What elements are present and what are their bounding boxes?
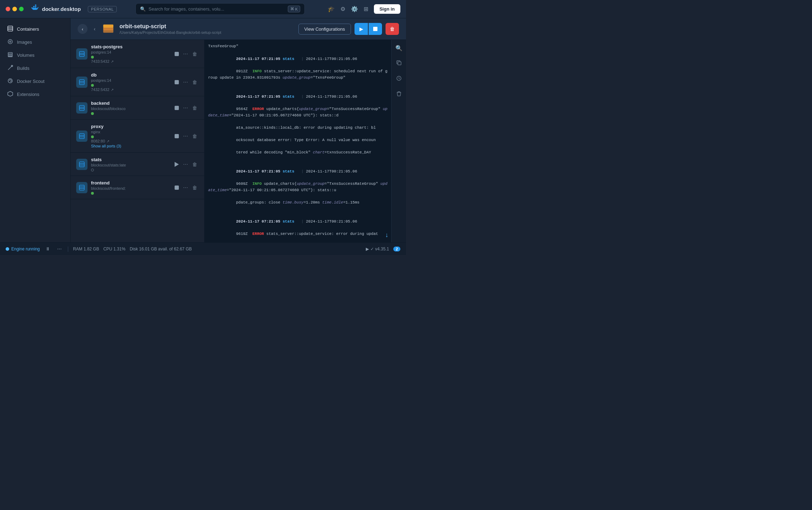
sidebar-item-extensions[interactable]: Extensions: [0, 88, 70, 101]
svg-rect-23: [79, 80, 84, 85]
container-icon: [76, 77, 87, 88]
svg-rect-5: [35, 5, 36, 6]
back-button[interactable]: ‹: [78, 24, 87, 34]
status-indicator: [91, 56, 94, 59]
docker-scout-icon: [7, 78, 13, 85]
container-delete-button[interactable]: 🗑: [191, 160, 199, 169]
container-more-button[interactable]: ⋯: [182, 132, 189, 140]
container-stop-button[interactable]: [173, 50, 180, 57]
container-icon: [76, 130, 87, 142]
container-more-button[interactable]: ⋯: [182, 183, 189, 192]
play-button[interactable]: ▶: [355, 23, 368, 35]
container-stop-button[interactable]: [173, 133, 180, 140]
container-actions: ⋯ 🗑: [173, 160, 199, 169]
container-delete-button[interactable]: 🗑: [191, 50, 199, 58]
sidebar-item-builds[interactable]: Builds: [0, 62, 70, 75]
view-configurations-button[interactable]: View Configurations: [298, 24, 351, 35]
log-line: 2024-11-17 07:21:05 stats | 2024-11-17T0…: [208, 212, 388, 242]
container-more-button[interactable]: ⋯: [182, 104, 189, 112]
show-all-ports[interactable]: Show all ports (3): [91, 144, 170, 148]
svg-point-15: [8, 79, 12, 83]
sign-in-button[interactable]: Sign in: [374, 4, 400, 14]
container-item[interactable]: frontend blockscout/frontend: ⋯ 🗑: [71, 176, 204, 199]
log-line: 2024-11-17 07:21:05 stats | 2024-11-17T0…: [208, 50, 388, 87]
log-content[interactable]: TxnsFeeGroup" 2024-11-17 07:21:05 stats …: [205, 40, 406, 242]
container-more-button[interactable]: ⋯: [182, 160, 189, 169]
logo-area: docker.desktop: [31, 4, 81, 14]
back-icon: ‹: [82, 26, 83, 32]
search-bar[interactable]: 🔍 Search for images, containers, volu...…: [135, 3, 305, 15]
statusbar: Engine running ⏸ ⋯ | RAM 1.82 GB CPU 1.3…: [0, 242, 406, 255]
collapse-button[interactable]: ‹: [92, 25, 97, 33]
stop-button[interactable]: [369, 23, 382, 35]
play-stop-group: ▶: [355, 23, 382, 35]
container-image: nginx: [91, 130, 170, 134]
search-icon: 🔍: [395, 45, 402, 51]
svg-rect-38: [398, 62, 401, 65]
images-icon: [7, 39, 13, 45]
container-play-button[interactable]: [173, 160, 180, 168]
log-line: 2024-11-17 07:21:05 stats | 2024-11-17T0…: [208, 87, 388, 162]
window-controls: [6, 7, 24, 11]
grid-icon[interactable]: ⊞: [364, 6, 368, 12]
stop-icon: [373, 27, 377, 31]
maximize-button[interactable]: [19, 7, 24, 11]
container-delete-button[interactable]: 🗑: [191, 104, 199, 112]
engine-indicator: [6, 247, 9, 251]
containers-icon: [7, 26, 13, 32]
log-clear-button[interactable]: [394, 89, 404, 100]
scroll-to-bottom-button[interactable]: ↓: [385, 231, 388, 239]
svg-rect-29: [79, 134, 84, 139]
container-delete-button[interactable]: 🗑: [191, 78, 199, 86]
sidebar: Containers Images Volumes: [0, 18, 71, 242]
builds-label: Builds: [17, 66, 29, 71]
terminal-icon: ▶: [366, 247, 369, 251]
engine-more-button[interactable]: ⋯: [56, 245, 63, 253]
container-delete-button[interactable]: 🗑: [191, 183, 199, 192]
pause-button[interactable]: ⏸: [44, 245, 51, 253]
extensions-icon[interactable]: ⚙: [340, 6, 345, 12]
compose-info: orbit-setup-script /Users/Katya/Projects…: [120, 23, 293, 35]
notifications-badge[interactable]: 2: [393, 247, 400, 251]
log-history-button[interactable]: [394, 73, 404, 85]
log-copy-button[interactable]: [394, 58, 404, 69]
sidebar-item-images[interactable]: Images: [0, 36, 70, 49]
container-image: blockscout/blocksco: [91, 107, 170, 111]
close-button[interactable]: [6, 7, 10, 11]
container-item[interactable]: proxy nginx 8082:80 ↗ Show all ports (3): [71, 120, 204, 153]
settings-icon[interactable]: ⚙️: [351, 6, 358, 12]
learn-icon[interactable]: 🎓: [328, 6, 335, 12]
container-image: postgres:14: [91, 50, 170, 54]
terminal-button[interactable]: ▶ ✓ v4.35.1: [366, 247, 389, 251]
play-icon: ▶: [359, 26, 363, 32]
container-stop-button[interactable]: [173, 104, 180, 111]
sidebar-item-volumes[interactable]: Volumes: [0, 49, 70, 62]
minimize-button[interactable]: [12, 7, 17, 11]
delete-button[interactable]: 🗑: [386, 23, 399, 35]
container-stop-button[interactable]: [173, 184, 180, 191]
log-line: 2024-11-17 07:21:05 stats | 2024-11-17T0…: [208, 162, 388, 212]
log-search-button[interactable]: 🔍: [393, 43, 405, 54]
container-delete-button[interactable]: 🗑: [191, 132, 199, 140]
log-line: TxnsFeeGroup": [208, 43, 388, 50]
container-item[interactable]: stats-postgres postgres:14 7433:5432 ↗: [71, 40, 204, 68]
log-toolbar: 🔍: [391, 40, 406, 242]
search-icon: 🔍: [140, 6, 146, 12]
container-item[interactable]: db postgres:14 7432:5432 ↗: [71, 68, 204, 96]
container-more-button[interactable]: ⋯: [182, 50, 189, 58]
container-icon: [76, 48, 87, 60]
container-item[interactable]: stats blockscout/stats:late ⋯ 🗑: [71, 153, 204, 176]
sidebar-item-docker-scout[interactable]: Docker Scout: [0, 75, 70, 88]
container-stop-button[interactable]: [173, 79, 180, 86]
container-actions: ⋯ 🗑: [173, 78, 199, 86]
container-more-button[interactable]: ⋯: [182, 78, 189, 86]
container-name: backend: [91, 101, 170, 106]
container-actions: ⋯ 🗑: [173, 50, 199, 58]
sidebar-item-containers[interactable]: Containers: [0, 23, 70, 36]
container-info: stats-postgres postgres:14 7433:5432 ↗: [91, 44, 170, 63]
svg-rect-4: [35, 6, 36, 7]
external-link-icon: ↗: [107, 139, 109, 143]
container-image: postgres:14: [91, 78, 170, 83]
builds-icon: [7, 65, 13, 72]
container-item[interactable]: backend blockscout/blocksco ⋯ 🗑: [71, 96, 204, 120]
